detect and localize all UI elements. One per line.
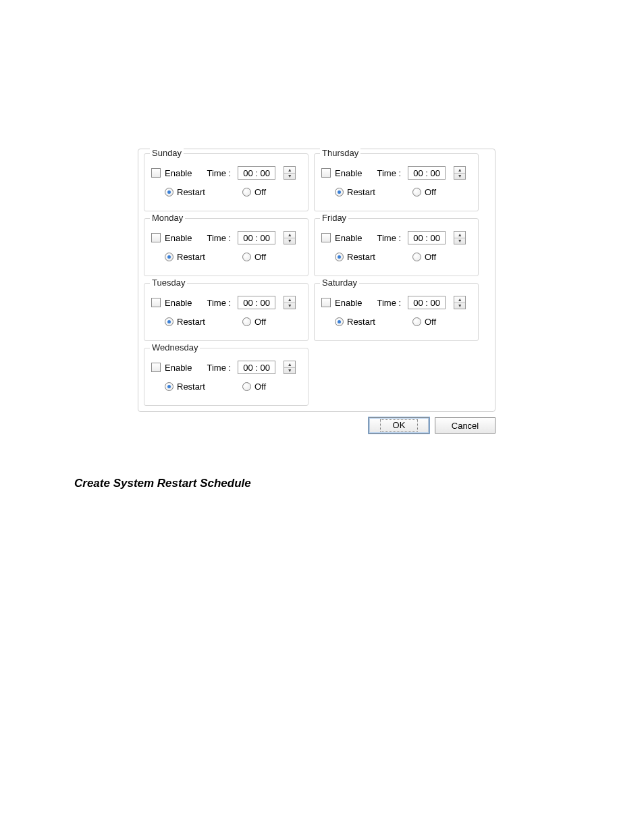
enable-checkbox-saturday[interactable] (321, 298, 331, 307)
time-spinner-wednesday[interactable]: ▲▼ (284, 361, 296, 374)
off-option-wednesday[interactable]: Off (242, 382, 266, 392)
off-option-tuesday[interactable]: Off (242, 317, 266, 327)
time-label-saturday: Time : (377, 298, 401, 308)
enable-checkbox-tuesday[interactable] (151, 298, 161, 307)
restart-option-monday[interactable]: Restart (165, 252, 242, 262)
restart-option-friday[interactable]: Restart (335, 252, 412, 262)
restart-radio-wednesday[interactable] (165, 382, 173, 391)
time-label-thursday: Time : (377, 168, 401, 178)
off-label-thursday: Off (425, 187, 436, 197)
day-legend-monday: Monday (150, 213, 185, 223)
time-input-tuesday[interactable]: 00 : 00 (238, 296, 275, 309)
time-label-wednesday: Time : (207, 363, 231, 373)
off-option-thursday[interactable]: Off (412, 187, 436, 197)
time-spinner-monday[interactable]: ▲▼ (284, 231, 296, 244)
cancel-button-label: Cancel (452, 421, 479, 431)
chevron-up-icon[interactable]: ▲ (454, 232, 465, 238)
off-radio-saturday[interactable] (412, 317, 421, 326)
day-group-thursday: ThursdayEnableTime :00 : 00▲▼RestartOff (314, 153, 479, 211)
time-input-thursday[interactable]: 00 : 00 (408, 166, 446, 180)
time-input-monday[interactable]: 00 : 00 (238, 231, 275, 244)
restart-radio-friday[interactable] (335, 253, 344, 261)
chevron-down-icon[interactable]: ▼ (284, 368, 295, 374)
restart-radio-monday[interactable] (165, 253, 173, 261)
enable-label-saturday: Enable (335, 298, 362, 308)
day-row-mode-saturday: RestartOff (321, 312, 471, 331)
off-radio-friday[interactable] (412, 253, 421, 261)
time-spinner-friday[interactable]: ▲▼ (454, 231, 466, 244)
day-legend-saturday: Saturday (320, 278, 359, 288)
restart-label-thursday: Restart (347, 187, 375, 197)
chevron-down-icon[interactable]: ▼ (284, 238, 295, 244)
time-spinner-sunday[interactable]: ▲▼ (284, 166, 296, 180)
ok-button[interactable]: OK (369, 417, 429, 434)
off-radio-sunday[interactable] (242, 188, 251, 197)
day-row-enable-friday: EnableTime :00 : 00▲▼ (321, 228, 471, 247)
restart-radio-thursday[interactable] (335, 188, 344, 197)
restart-option-tuesday[interactable]: Restart (165, 317, 242, 327)
chevron-down-icon[interactable]: ▼ (454, 174, 465, 180)
chevron-down-icon[interactable]: ▼ (284, 174, 295, 180)
day-group-monday: MondayEnableTime :00 : 00▲▼RestartOff (144, 218, 308, 276)
restart-schedule-dialog: SundayEnableTime :00 : 00▲▼RestartOffMon… (138, 149, 495, 434)
enable-label-tuesday: Enable (165, 298, 192, 308)
restart-radio-tuesday[interactable] (165, 317, 173, 326)
time-input-friday[interactable]: 00 : 00 (408, 231, 446, 244)
restart-label-saturday: Restart (347, 317, 375, 327)
chevron-down-icon[interactable]: ▼ (284, 303, 295, 309)
off-option-saturday[interactable]: Off (412, 317, 436, 327)
enable-checkbox-monday[interactable] (151, 233, 161, 242)
chevron-up-icon[interactable]: ▲ (284, 232, 295, 238)
off-radio-thursday[interactable] (412, 188, 421, 197)
chevron-up-icon[interactable]: ▲ (284, 361, 295, 368)
time-input-sunday[interactable]: 00 : 00 (238, 166, 275, 180)
off-label-monday: Off (254, 252, 266, 262)
enable-checkbox-friday[interactable] (321, 233, 331, 242)
restart-radio-saturday[interactable] (335, 317, 344, 326)
chevron-up-icon[interactable]: ▲ (284, 296, 295, 303)
schedule-panel: SundayEnableTime :00 : 00▲▼RestartOffMon… (138, 149, 495, 412)
time-spinner-saturday[interactable]: ▲▼ (454, 296, 466, 309)
off-radio-tuesday[interactable] (242, 317, 251, 326)
time-spinner-tuesday[interactable]: ▲▼ (284, 296, 296, 309)
enable-checkbox-thursday[interactable] (321, 168, 331, 178)
time-spinner-thursday[interactable]: ▲▼ (454, 166, 466, 180)
chevron-up-icon[interactable]: ▲ (284, 167, 295, 174)
time-label-monday: Time : (207, 233, 231, 243)
chevron-down-icon[interactable]: ▼ (454, 303, 465, 309)
day-row-enable-wednesday: EnableTime :00 : 00▲▼ (151, 358, 301, 377)
off-option-monday[interactable]: Off (242, 252, 266, 262)
day-row-mode-sunday: RestartOff (151, 182, 301, 201)
day-legend-sunday: Sunday (150, 148, 184, 158)
restart-option-sunday[interactable]: Restart (165, 187, 242, 197)
off-label-sunday: Off (254, 187, 266, 197)
day-group-tuesday: TuesdayEnableTime :00 : 00▲▼RestartOff (144, 283, 308, 341)
off-radio-wednesday[interactable] (242, 382, 251, 391)
restart-option-saturday[interactable]: Restart (335, 317, 412, 327)
enable-checkbox-wednesday[interactable] (151, 363, 161, 372)
cancel-button[interactable]: Cancel (435, 417, 495, 434)
chevron-up-icon[interactable]: ▲ (454, 296, 465, 303)
chevron-up-icon[interactable]: ▲ (454, 167, 465, 174)
enable-label-friday: Enable (335, 233, 362, 243)
time-label-tuesday: Time : (207, 298, 231, 308)
restart-label-sunday: Restart (177, 187, 205, 197)
enable-label-wednesday: Enable (165, 363, 192, 373)
restart-label-wednesday: Restart (177, 382, 205, 392)
off-label-wednesday: Off (254, 382, 266, 392)
day-legend-friday: Friday (320, 213, 348, 223)
restart-radio-sunday[interactable] (165, 188, 173, 197)
enable-label-thursday: Enable (335, 168, 362, 178)
chevron-down-icon[interactable]: ▼ (454, 238, 465, 244)
restart-option-thursday[interactable]: Restart (335, 187, 412, 197)
time-input-saturday[interactable]: 00 : 00 (408, 296, 446, 309)
enable-checkbox-sunday[interactable] (151, 168, 161, 178)
figure-caption: Create System Restart Schedule (74, 477, 251, 490)
off-option-sunday[interactable]: Off (242, 187, 266, 197)
restart-option-wednesday[interactable]: Restart (165, 382, 242, 392)
off-radio-monday[interactable] (242, 253, 251, 261)
time-label-friday: Time : (377, 233, 401, 243)
time-input-wednesday[interactable]: 00 : 00 (238, 361, 275, 374)
day-legend-thursday: Thursday (320, 148, 360, 158)
off-option-friday[interactable]: Off (412, 252, 436, 262)
